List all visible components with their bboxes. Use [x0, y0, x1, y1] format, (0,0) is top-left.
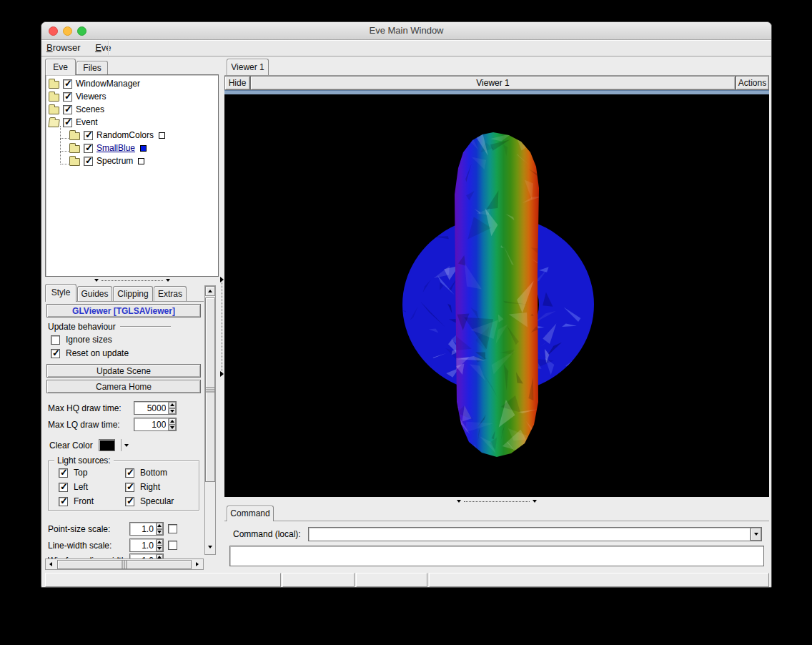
- tab-clipping[interactable]: Clipping: [113, 286, 153, 302]
- checkbox[interactable]: [168, 541, 177, 550]
- checkbox[interactable]: [63, 118, 72, 127]
- tab-command[interactable]: Command: [227, 506, 274, 521]
- menu-browser[interactable]: Browser: [41, 40, 87, 56]
- spin-up-button[interactable]: [169, 418, 176, 425]
- light-top-option[interactable]: Top: [59, 468, 94, 478]
- tab-files[interactable]: Files: [76, 61, 108, 75]
- folder-icon: [69, 145, 80, 153]
- checkbox[interactable]: [125, 497, 134, 506]
- viewer-header: Hide Viewer 1 Actions: [224, 75, 769, 90]
- editor-vertical-scrollbar[interactable]: [204, 285, 216, 555]
- tree-item-randomcolors[interactable]: RandomColors: [57, 129, 218, 142]
- light-specular-option[interactable]: Specular: [125, 496, 174, 506]
- tree-item-viewers[interactable]: Viewers: [46, 90, 218, 103]
- tab-viewer-1[interactable]: Viewer 1: [227, 59, 269, 75]
- spin-up-button[interactable]: [157, 539, 163, 546]
- tree-editor-splitter[interactable]: [45, 277, 219, 284]
- tab-guides[interactable]: Guides: [77, 286, 112, 302]
- checkbox[interactable]: [59, 468, 68, 478]
- light-front-option[interactable]: Front: [59, 496, 94, 506]
- clear-color-swatch[interactable]: [99, 439, 115, 451]
- tab-eve[interactable]: Eve: [45, 59, 76, 75]
- tree-item-scenes[interactable]: Scenes: [46, 103, 218, 116]
- title-bar[interactable]: Eve Main Window: [41, 22, 771, 40]
- glviewer-button[interactable]: GLViewer [TGLSAViewer]: [46, 304, 201, 317]
- spin-down-button[interactable]: [169, 408, 176, 415]
- scrollbar-left-button[interactable]: [46, 559, 56, 569]
- scrollbar-down-button[interactable]: [205, 542, 215, 552]
- folder-icon: [69, 132, 80, 140]
- clear-color-label: Clear Color: [49, 440, 93, 450]
- command-input[interactable]: [309, 528, 751, 541]
- eve-tree-view[interactable]: WindowManager Viewers Scenes Event: [45, 74, 219, 277]
- editor-horizontal-scrollbar[interactable]: [45, 558, 204, 570]
- scrollbar-thumb[interactable]: [205, 297, 215, 482]
- light-right-option[interactable]: Right: [125, 482, 174, 492]
- spin-up-button[interactable]: [169, 402, 176, 408]
- color-marker[interactable]: [159, 132, 165, 139]
- reset-on-update-option[interactable]: Reset on update: [51, 348, 129, 358]
- checkbox[interactable]: [125, 483, 134, 492]
- actions-button[interactable]: Actions: [736, 76, 769, 90]
- tab-style[interactable]: Style: [45, 284, 76, 302]
- command-output[interactable]: [229, 546, 764, 566]
- scrollbar-thumb[interactable]: [57, 560, 192, 569]
- scrollbar-right-button[interactable]: [192, 559, 202, 569]
- checkbox[interactable]: [125, 468, 134, 478]
- checkbox[interactable]: [84, 131, 93, 140]
- viewer-title-bar[interactable]: Viewer 1: [250, 76, 736, 90]
- line-width-value[interactable]: [130, 539, 156, 551]
- checkbox[interactable]: [59, 497, 68, 506]
- spin-down-button[interactable]: [169, 425, 176, 431]
- minimize-window-button[interactable]: [63, 26, 72, 36]
- splitter-arrow-icon: [533, 500, 537, 503]
- close-window-button[interactable]: [49, 26, 58, 36]
- checkbox[interactable]: [84, 157, 93, 166]
- checkbox[interactable]: [63, 92, 72, 102]
- max-lq-input[interactable]: [134, 418, 177, 431]
- line-width-input[interactable]: [129, 538, 164, 552]
- splitter-dots: [102, 280, 163, 281]
- checkbox[interactable]: [168, 524, 177, 533]
- ignore-sizes-option[interactable]: Ignore sizes: [51, 335, 112, 345]
- combo-dropdown[interactable]: [750, 528, 761, 541]
- splitter-arrow-icon: [220, 277, 224, 282]
- camera-home-button[interactable]: Camera Home: [46, 380, 201, 393]
- viewer-command-splitter[interactable]: [224, 498, 769, 505]
- color-marker[interactable]: [140, 145, 147, 152]
- max-lq-value[interactable]: [134, 418, 168, 430]
- spin-down-button[interactable]: [157, 546, 163, 552]
- folder-icon: [49, 94, 59, 102]
- spin-down-button[interactable]: [157, 529, 163, 536]
- scrollbar-up-button[interactable]: [205, 286, 215, 296]
- point-size-input[interactable]: [129, 522, 164, 536]
- zoom-window-button[interactable]: [77, 26, 86, 36]
- tree-item-spectrum[interactable]: Spectrum: [57, 154, 218, 167]
- line-width-label: Line-width scale:: [48, 541, 125, 551]
- command-combobox[interactable]: [308, 527, 762, 541]
- hide-button[interactable]: Hide: [224, 76, 250, 90]
- point-size-value[interactable]: [130, 523, 156, 535]
- tab-extras[interactable]: Extras: [154, 286, 187, 302]
- checkbox[interactable]: [59, 483, 68, 492]
- light-bottom-option[interactable]: Bottom: [125, 468, 174, 478]
- spin-up-button[interactable]: [157, 523, 163, 529]
- checkbox[interactable]: [51, 335, 60, 345]
- tree-item-smallblue[interactable]: SmallBlue: [57, 142, 218, 154]
- color-marker[interactable]: [138, 158, 144, 164]
- checkbox[interactable]: [84, 144, 93, 153]
- tree-item-windowmanager[interactable]: WindowManager: [46, 77, 218, 90]
- max-hq-input[interactable]: [134, 401, 177, 415]
- clear-color-dropdown[interactable]: [121, 439, 129, 451]
- checkbox[interactable]: [63, 79, 72, 89]
- line-width-row: Line-width scale:: [48, 538, 177, 552]
- max-hq-value[interactable]: [134, 402, 168, 414]
- checkbox[interactable]: [63, 105, 72, 114]
- tree-item-event[interactable]: Event: [46, 116, 218, 129]
- gl-viewport[interactable]: [224, 94, 769, 497]
- update-scene-button[interactable]: Update Scene: [46, 364, 201, 378]
- panel-splitter[interactable]: [219, 56, 224, 570]
- checkbox[interactable]: [51, 349, 60, 358]
- light-left-option[interactable]: Left: [59, 482, 94, 492]
- menu-eve[interactable]: Eve: [90, 40, 117, 56]
